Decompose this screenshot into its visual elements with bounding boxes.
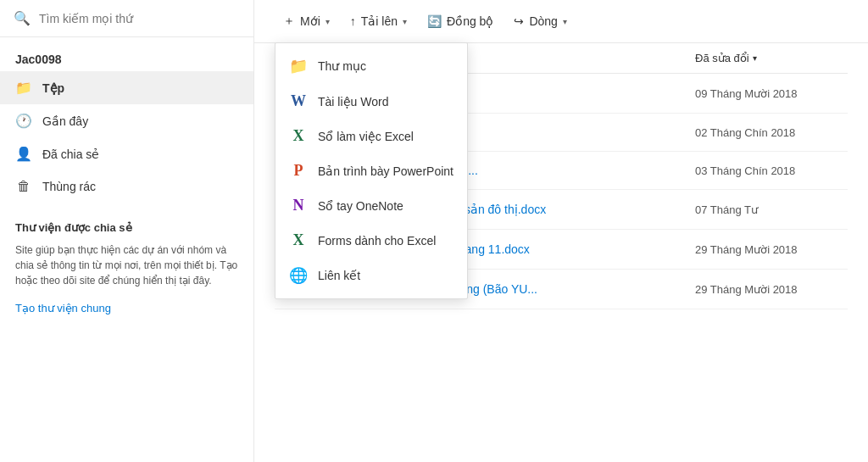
dropdown-item-folder[interactable]: 📁 Thư mục (275, 48, 467, 84)
ppt-icon: P (289, 162, 308, 180)
folder-icon: 📁 (15, 80, 32, 96)
dropdown-item-formsexcel[interactable]: X Forms dành cho Excel (275, 223, 467, 258)
sidebar-section-title: Thư viện được chia sẻ (0, 209, 253, 237)
file-date: 07 Tháng Tư (695, 203, 848, 216)
dropdown-item-folder-label: Thư mục (318, 59, 366, 73)
sidebar-nav: Jac0098 📁 Tệp 🕐 Gần đây 👤 Đã chia sẻ 🗑 T… (0, 37, 253, 209)
new-chevron-icon: ▾ (326, 17, 330, 26)
create-library-link[interactable]: Tạo thư viện chung (0, 298, 253, 326)
col-date-label: Đã sửa đổi (695, 52, 749, 64)
sync-icon: 🔄 (427, 14, 442, 28)
formsexcel-icon: X (289, 231, 308, 249)
shared-icon: 👤 (15, 146, 32, 162)
file-date: 03 Tháng Chín 2018 (695, 164, 848, 177)
file-date: 29 Tháng Mười 2018 (695, 243, 848, 256)
trash-icon: 🗑 (15, 179, 32, 194)
dropdown-item-link-label: Liên kết (318, 269, 360, 282)
sidebar-username: Jac0098 (0, 44, 253, 71)
new-dropdown-menu: 📁 Thư mục W Tài liệu Word X Sổ làm việc … (275, 42, 468, 299)
col-date-header[interactable]: Đã sửa đổi ▾ (695, 52, 848, 64)
flow-label: Dòng (529, 14, 557, 28)
search-icon: 🔍 (14, 10, 31, 26)
sidebar: 🔍 Jac0098 📁 Tệp 🕐 Gần đây 👤 Đã chia sẻ 🗑… (0, 0, 254, 462)
sidebar-item-ganday-label: Gần đây (42, 114, 88, 128)
search-bar: 🔍 (0, 0, 253, 37)
folder-icon: 📁 (289, 57, 308, 75)
sidebar-item-tap-label: Tệp (42, 81, 64, 95)
sidebar-item-thungrác[interactable]: 🗑 Thùng rác (0, 170, 253, 203)
new-button[interactable]: ＋ Mới ▾ (275, 8, 338, 34)
sidebar-item-dachiase-label: Đã chia sẻ (42, 148, 99, 161)
sidebar-item-tap[interactable]: 📁 Tệp (0, 71, 253, 104)
sort-icon: ▾ (753, 53, 757, 63)
link-icon: 🌐 (289, 266, 308, 285)
dropdown-item-word[interactable]: W Tài liệu Word (275, 84, 467, 119)
dropdown-item-ppt-label: Bản trình bày PowerPoint (318, 164, 453, 178)
file-date: 09 Tháng Mười 2018 (695, 87, 848, 100)
dropdown-item-onenote-label: Sổ tay OneNote (318, 199, 403, 213)
dropdown-item-word-label: Tài liệu Word (318, 95, 388, 109)
file-date: 29 Tháng Mười 2018 (695, 283, 848, 296)
sidebar-item-thungrác-label: Thùng rác (42, 180, 96, 193)
new-label: Mới (300, 14, 320, 28)
flow-button[interactable]: ↪ Dòng ▾ (505, 9, 575, 33)
plus-icon: ＋ (283, 14, 295, 29)
dropdown-item-excel-label: Sổ làm việc Excel (318, 130, 414, 143)
file-date: 02 Tháng Chín 2018 (695, 126, 848, 139)
dropdown-item-excel[interactable]: X Sổ làm việc Excel (275, 119, 467, 153)
sync-button[interactable]: 🔄 Đồng bộ (419, 9, 502, 33)
dropdown-item-onenote[interactable]: N Sổ tay OneNote (275, 188, 467, 223)
upload-chevron-icon: ▾ (403, 17, 407, 26)
sync-label: Đồng bộ (447, 14, 493, 28)
upload-label: Tải lên (361, 14, 398, 28)
upload-button[interactable]: ↑ Tải lên ▾ (342, 9, 415, 33)
excel-icon: X (289, 127, 308, 145)
toolbar: ＋ Mới ▾ ↑ Tải lên ▾ 🔄 Đồng bộ ↪ Dòng ▾ (254, 0, 868, 43)
upload-icon: ↑ (350, 14, 356, 28)
sidebar-section-desc: Site giúp bạn thực hiện các dự án với nh… (0, 237, 253, 298)
recent-icon: 🕐 (15, 113, 32, 129)
dropdown-item-link[interactable]: 🌐 Liên kết (275, 258, 467, 293)
main-content: ＋ Mới ▾ ↑ Tải lên ▾ 🔄 Đồng bộ ↪ Dòng ▾ 📁… (254, 0, 868, 462)
sidebar-item-ganday[interactable]: 🕐 Gần đây (0, 104, 253, 137)
search-input[interactable] (39, 12, 240, 25)
flow-chevron-icon: ▾ (563, 17, 567, 26)
flow-icon: ↪ (514, 14, 524, 28)
sidebar-item-dachiase[interactable]: 👤 Đã chia sẻ (0, 137, 253, 170)
dropdown-item-ppt[interactable]: P Bản trình bày PowerPoint (275, 153, 467, 188)
dropdown-item-formsexcel-label: Forms dành cho Excel (318, 234, 436, 248)
onenote-icon: N (289, 197, 308, 214)
word-icon: W (289, 92, 308, 110)
